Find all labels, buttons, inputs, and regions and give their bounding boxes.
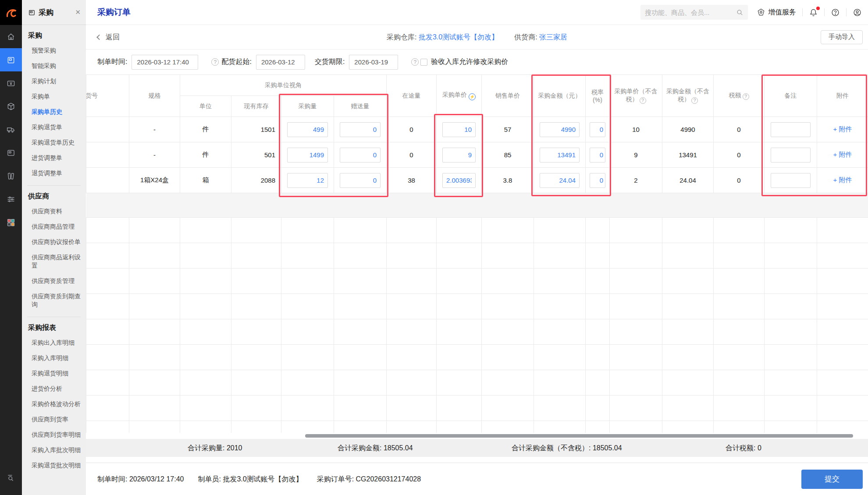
cell-spec: - <box>129 117 180 142</box>
sidebar-item-supplier-qualification[interactable]: 供应商资质管理 <box>22 273 86 289</box>
supplier-label: 供货商: <box>514 33 537 40</box>
scrollbar-thumb[interactable] <box>305 434 853 438</box>
amount-input[interactable] <box>540 148 580 163</box>
search-input[interactable] <box>645 9 736 16</box>
amount-input[interactable] <box>540 173 580 188</box>
sidebar-item-purchase-inout-detail[interactable]: 采购出入库明细 <box>22 335 86 350</box>
help-circle-icon[interactable]: ? <box>691 97 698 104</box>
remark-input[interactable] <box>771 173 811 188</box>
notifications-bell-icon[interactable] <box>809 8 818 17</box>
cell-item-no <box>86 117 129 142</box>
add-attachment-link[interactable]: + 附件 <box>833 125 852 133</box>
sidebar-item-purchase-return-batch-detail[interactable]: 采购退货批次明细 <box>22 458 86 473</box>
gift-qty-input[interactable] <box>340 148 381 163</box>
tax-rate-input[interactable] <box>590 148 605 163</box>
warehouse-label: 采购仓库: <box>387 33 416 40</box>
add-attachment-link[interactable]: + 附件 <box>833 176 852 184</box>
nav-section-title: 采购 <box>22 25 86 43</box>
sidebar-item-smart-purchase[interactable]: 智能采购 <box>22 58 86 74</box>
rail-home-icon[interactable] <box>0 25 22 48</box>
sidebar-item-purchase-return[interactable]: 采购退货单 <box>22 120 86 135</box>
sidebar-item-purchase-plan[interactable]: 采购计划 <box>22 74 86 89</box>
back-button[interactable]: 返回 <box>97 32 120 42</box>
main-area: 采购订单 增值服务 <box>86 0 868 495</box>
sidebar-item-alert-purchase[interactable]: 预警采购 <box>22 43 86 58</box>
cell-price-ex-tax: 10 <box>610 117 662 142</box>
sidebar-item-purchase-in-detail[interactable]: 采购入库明细 <box>22 350 86 366</box>
cell-sale-price: 57 <box>482 117 534 142</box>
price-input[interactable] <box>442 173 476 188</box>
amount-input[interactable] <box>540 122 580 137</box>
close-icon[interactable]: ✕ <box>75 8 81 16</box>
help-circle-icon[interactable]: ? <box>640 97 646 104</box>
sidebar-item-inbound-adjust[interactable]: 进货调整单 <box>22 150 86 166</box>
sidebar-item-price-analysis[interactable]: 进货价分析 <box>22 381 86 396</box>
add-attachment-link[interactable]: + 附件 <box>833 151 852 158</box>
supplier-value-link[interactable]: 张三家居 <box>539 33 567 40</box>
total-amount-ex-tax-label: 合计采购金额（不含税）: <box>512 444 591 452</box>
cell-unit: 箱 <box>180 168 231 193</box>
help-circle-icon[interactable]: ? <box>411 58 419 66</box>
sidebar-item-supplier-quote[interactable]: 供应商协议报价单 <box>22 234 86 250</box>
chevron-left-icon <box>96 34 102 40</box>
remark-input[interactable] <box>771 148 811 163</box>
help-circle-icon[interactable]: ? <box>211 58 219 66</box>
account-avatar-icon[interactable] <box>853 8 862 17</box>
sidebar-item-purchase-return-history[interactable]: 采购退货单历史 <box>22 135 86 150</box>
rail-apps-icon[interactable] <box>0 211 22 234</box>
rail-search-icon[interactable] <box>0 466 22 489</box>
empty-table-row <box>86 396 868 421</box>
col-header-price: 采购单价⚡ <box>437 75 482 117</box>
gift-qty-input[interactable] <box>340 173 381 188</box>
delivery-deadline-input[interactable]: 2026-03-19 <box>349 55 398 70</box>
sidebar-item-supplier-qualification-expiry[interactable]: 供应商资质到期查询 <box>22 289 86 312</box>
footer-bar: 制单时间: 2026/03/12 17:40 制单员: 批发3.0测试账号【勿改… <box>86 463 868 495</box>
warehouse-value-link[interactable]: 批发3.0测试账号【勿改】 <box>419 33 498 40</box>
rail-logistics-icon[interactable] <box>0 118 22 141</box>
tax-rate-input[interactable] <box>590 173 605 188</box>
sidebar-item-supplier-info[interactable]: 供应商资料 <box>22 204 86 219</box>
lightning-icon[interactable]: ⚡ <box>469 93 476 100</box>
sidebar-item-return-adjust[interactable]: 退货调整单 <box>22 166 86 181</box>
price-input[interactable] <box>442 122 476 137</box>
divider <box>846 8 847 16</box>
cell-spec: 1箱X24盒 <box>129 168 180 193</box>
price-input[interactable] <box>442 148 476 163</box>
remark-input[interactable] <box>771 122 811 137</box>
allow-modify-price-checkbox[interactable] <box>420 59 427 66</box>
help-circle-icon[interactable]: ? <box>743 93 749 100</box>
value-added-services[interactable]: 增值服务 <box>757 8 796 17</box>
rail-procurement-icon[interactable] <box>0 48 22 71</box>
help-icon[interactable] <box>831 8 840 17</box>
cell-tax: 0 <box>714 168 765 193</box>
sidebar-item-price-fluctuation[interactable]: 采购价格波动分析 <box>22 396 86 412</box>
sidebar-item-supplier-arrival-detail[interactable]: 供应商到货率明细 <box>22 427 86 442</box>
rail-settings-icon[interactable] <box>0 187 22 211</box>
sidebar-item-purchase-return-detail[interactable]: 采购退货明细 <box>22 366 86 381</box>
qty-input[interactable] <box>287 173 328 188</box>
sidebar-item-purchase-order[interactable]: 采购单 <box>22 89 86 104</box>
sidebar-item-supplier-goods[interactable]: 供应商商品管理 <box>22 219 86 234</box>
gift-qty-input[interactable] <box>340 122 381 137</box>
sidebar-item-supplier-rebate[interactable]: 供应商商品返利设置 <box>22 250 86 273</box>
dispatch-start-input[interactable]: 2026-03-12 <box>256 55 305 70</box>
rail-pos-icon[interactable] <box>0 141 22 164</box>
sidebar-item-purchase-in-batch-detail[interactable]: 采购入库批次明细 <box>22 442 86 458</box>
submit-button[interactable]: 提交 <box>801 470 863 489</box>
rail-finance-icon[interactable] <box>0 71 22 95</box>
total-tax-value: 0 <box>758 444 761 452</box>
order-time-input[interactable]: 2026-03-12 17:40 <box>132 55 198 70</box>
qty-input[interactable] <box>287 122 328 137</box>
rail-catalog-icon[interactable] <box>0 164 22 187</box>
qty-input[interactable] <box>287 148 328 163</box>
sidebar-item-supplier-arrival-rate[interactable]: 供应商到货率 <box>22 412 86 427</box>
tax-rate-input[interactable] <box>590 122 605 137</box>
sidebar-item-purchase-order-history[interactable]: 采购单历史 <box>22 104 86 120</box>
app-logo[interactable] <box>0 0 22 25</box>
search-icon[interactable] <box>736 9 743 16</box>
footer-created-value: 2026/03/12 17:40 <box>129 475 184 482</box>
rail-goods-icon[interactable] <box>0 95 22 118</box>
cell-in-transit: 0 <box>387 117 437 142</box>
manual-import-button[interactable]: 手动导入 <box>821 30 863 44</box>
empty-table-row <box>86 421 868 433</box>
